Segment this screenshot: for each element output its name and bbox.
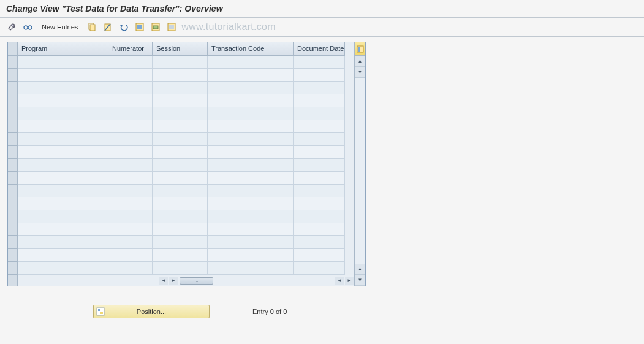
svg-rect-14 [169,26,174,28]
grid-header: Program Numerator Session Transaction Co… [8,42,354,56]
svg-rect-13 [169,25,174,26]
table-row[interactable] [8,197,354,210]
cell-transaction-code[interactable] [208,56,294,69]
svg-point-2 [28,26,32,29]
table-row[interactable] [8,249,354,262]
column-session[interactable]: Session [153,42,208,56]
toolbar: New Entries www.tutorialkart.com [0,19,644,35]
row-selector[interactable] [8,146,18,159]
page-title: Change View "Test Data for Data Transfer… [0,0,644,16]
scroll-right-end-button[interactable]: ► [345,277,354,285]
new-entries-button[interactable]: New Entries [38,22,81,32]
column-transaction-code[interactable]: Transaction Code [208,42,294,56]
svg-point-1 [24,26,28,29]
row-selector[interactable] [8,69,18,82]
scroll-thumb[interactable]: ::: [180,277,213,285]
scroll-left-button[interactable]: ◄ [159,277,168,285]
position-button-label: Position... [137,308,166,315]
svg-rect-9 [137,28,142,29]
table-row[interactable] [8,107,354,120]
select-block-button[interactable] [149,21,162,33]
position-icon [96,307,105,316]
scroll-track[interactable] [355,78,365,264]
row-selector[interactable] [8,94,18,107]
table-row[interactable] [8,120,354,133]
row-selector[interactable] [8,107,18,120]
data-grid: Program Numerator Session Transaction Co… [7,42,366,286]
table-settings-icon [357,45,364,53]
scroll-down-button[interactable]: ▼ [355,67,365,78]
glasses-icon [23,22,32,32]
row-selector[interactable] [8,56,18,69]
table-row[interactable] [8,172,354,185]
table-row[interactable] [8,236,354,249]
content-area: Program Numerator Session Transaction Co… [7,42,637,318]
row-selector[interactable] [8,172,18,185]
row-selector[interactable] [8,210,18,223]
divider [0,17,644,18]
table-row[interactable] [8,262,354,275]
other-view-button[interactable] [5,21,18,33]
svg-point-0 [12,25,14,27]
row-selector[interactable] [8,262,18,275]
column-document-date[interactable]: Document Date [294,42,345,56]
table-row[interactable] [8,94,354,107]
scroll-up-button[interactable]: ▲ [355,56,365,67]
display-button[interactable] [21,21,34,33]
row-selector[interactable] [8,223,18,236]
cell-session[interactable] [153,56,208,69]
row-selector[interactable] [8,249,18,262]
divider [0,36,644,37]
table-row[interactable] [8,133,354,146]
table-row[interactable] [8,56,354,69]
scroll-down-button[interactable]: ▼ [355,275,365,286]
svg-rect-20 [100,312,103,314]
svg-rect-8 [137,26,142,28]
select-all-header[interactable] [8,42,18,56]
svg-rect-7 [137,25,142,26]
table-settings-button[interactable] [355,42,365,56]
delete-button[interactable] [101,21,115,33]
position-row: Position... Entry 0 of 0 [7,305,637,318]
scroll-right-button[interactable]: ► [169,277,178,285]
row-selector[interactable] [8,185,18,197]
copy-button[interactable] [85,21,99,33]
undo-icon [119,22,129,32]
table-row[interactable] [8,69,354,82]
row-selector[interactable] [8,159,18,172]
row-selector[interactable] [8,133,18,146]
undo-button[interactable] [117,21,131,33]
deselect-all-icon [167,22,176,32]
cell-document-date[interactable] [294,56,345,69]
column-program[interactable]: Program [18,42,108,56]
svg-rect-4 [90,25,95,31]
row-selector[interactable] [8,236,18,249]
table-row[interactable] [8,210,354,223]
table-row[interactable] [8,146,354,159]
grid-body [8,56,354,275]
cell-program[interactable] [18,56,108,69]
deselect-all-button[interactable] [165,21,178,33]
copy-icon [87,22,97,32]
table-row[interactable] [8,82,354,94]
entry-count-text: Entry 0 of 0 [252,308,287,315]
vertical-scrollbar: ▲ ▼ ▲ ▼ [354,42,365,286]
svg-rect-17 [358,47,360,52]
position-button[interactable]: Position... [93,305,210,318]
row-selector[interactable] [8,197,18,210]
svg-rect-15 [169,28,174,29]
select-all-button[interactable] [133,21,146,33]
scroll-up-button[interactable]: ▲ [355,264,365,275]
select-all-icon [135,22,145,32]
row-selector[interactable] [8,120,18,133]
column-numerator[interactable]: Numerator [108,42,153,56]
cell-numerator[interactable] [108,56,153,69]
table-row[interactable] [8,223,354,236]
table-row[interactable] [8,159,354,172]
row-selector[interactable] [8,82,18,94]
delete-icon [103,22,113,32]
table-row[interactable] [8,185,354,197]
horizontal-scrollbar: ◄ ► ::: ◄ ► [8,275,354,286]
svg-rect-11 [153,26,158,29]
scroll-left-end-button[interactable]: ◄ [335,277,344,285]
